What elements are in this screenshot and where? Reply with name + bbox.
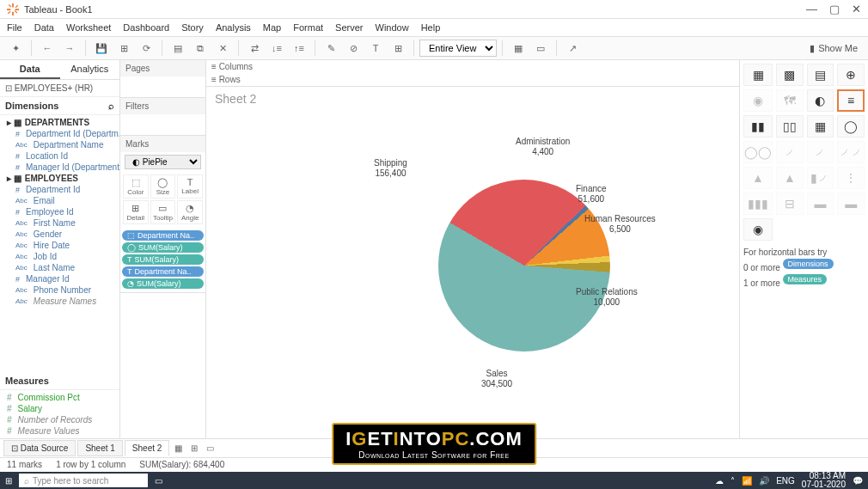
sort-asc-button[interactable]: ↓≡ [266,39,287,58]
field-hire-date[interactable]: Hire Date [0,240,119,251]
pill-department-name-2[interactable]: TDepartment Na.. [122,266,204,277]
viz-lines-discrete[interactable]: ⟋ [807,141,834,163]
tray-notifications-icon[interactable]: 💬 [853,476,863,486]
viz-lines[interactable]: ⟋ [776,141,804,163]
columns-shelf[interactable]: ≡ Columns [206,60,739,73]
datasource-name[interactable]: ⊡ EMPLOYEES+ (HR) [0,80,119,97]
menu-data[interactable]: Data [34,22,54,33]
menu-format[interactable]: Format [293,22,323,33]
tray-wifi-icon[interactable]: 📶 [742,476,752,486]
marks-label[interactable]: TLabel [177,174,203,199]
share-button[interactable]: ↗ [562,39,583,58]
search-icon[interactable]: ⌕ [108,101,114,111]
highlight-button[interactable]: ✎ [321,39,341,58]
viz-gantt[interactable]: ▬ [807,193,834,215]
field-email[interactable]: Email [0,195,119,206]
viz-pie[interactable]: ◐ [807,89,834,112]
viz-circle-views[interactable]: ◯ [837,115,865,138]
labels-button[interactable]: T [365,39,386,58]
viz-dual-combination[interactable]: ▮⟋ [807,167,834,189]
viz-bullet[interactable]: ▬ [837,193,865,215]
show-me-button[interactable]: ▮ Show Me [804,43,863,54]
filters-shelf[interactable]: Filters [120,98,205,136]
viz-stacked-bar[interactable]: ▮▮ [743,115,773,138]
field-employee-id[interactable]: Employee Id [0,206,119,217]
viz-map[interactable]: 🗺 [776,89,804,112]
pill-department-name-1[interactable]: ⬚Department Na.. [122,230,204,241]
viz-horizontal-bar[interactable]: ≡ [837,89,865,112]
viz-dual-lines[interactable]: ⟋⟋ [837,141,865,163]
show-cards-button[interactable]: ▦ [508,39,529,58]
tray-date[interactable]: 07-01-2020 [802,480,846,489]
field-phone[interactable]: Phone Number [0,284,119,296]
sort-desc-button[interactable]: ↑≡ [289,39,309,58]
field-department-id[interactable]: Department Id (Departm... [0,128,119,139]
viz-highlight-table[interactable]: ▤ [807,64,834,86]
viz-symbol-map[interactable]: ⊕ [837,64,865,86]
field-number-of-records[interactable]: Number of Records [0,414,119,425]
viz-area-discrete[interactable]: ▲ [776,167,804,189]
fix-axes-button[interactable]: ⊞ [388,39,408,58]
forward-button[interactable]: → [59,39,80,58]
field-gender[interactable]: Gender [0,229,119,240]
new-dashboard-tab[interactable]: ⊞ [187,442,201,455]
field-last-name[interactable]: Last Name [0,262,119,273]
taskbar-search[interactable]: ⌕Type here to search [19,474,148,487]
viz-histogram[interactable]: ▮▮▮ [743,193,773,215]
save-button[interactable]: 💾 [91,39,112,58]
maximize-button[interactable]: ▢ [829,3,840,15]
field-measure-names[interactable]: Measure Names [0,296,119,307]
viz-heat-map[interactable]: ▩ [776,64,804,86]
viz-filled-map[interactable]: ◉ [743,89,773,112]
tray-chevron-up-icon[interactable]: ˄ [730,476,735,486]
viz-packed-bubbles[interactable]: ◉ [743,218,773,241]
tab-sheet-2[interactable]: Sheet 2 [125,440,169,456]
new-worksheet-button[interactable]: ▤ [168,39,188,58]
menu-map[interactable]: Map [263,22,281,33]
pill-sum-salary-1[interactable]: ◯SUM(Salary) [122,242,204,253]
tray-language[interactable]: ENG [776,476,795,486]
mark-type-selector[interactable]: ◐ PiePie [125,155,201,169]
presentation-button[interactable]: ▭ [530,39,551,58]
duplicate-button[interactable]: ⧉ [190,39,211,58]
viz-area[interactable]: ▲ [743,167,773,189]
marks-detail[interactable]: ⊞Detail [123,200,149,224]
clear-button[interactable]: ✕ [212,39,233,58]
field-department-id-emp[interactable]: Department Id [0,184,119,195]
minimize-button[interactable]: — [806,3,817,15]
pie-chart[interactable]: Shipping156,400Administration4,400Financ… [206,111,739,394]
group-employees[interactable]: ▸ ▦ EMPLOYEES [0,173,119,184]
field-manager-id[interactable]: Manager Id [0,273,119,284]
new-story-tab[interactable]: ▭ [203,442,217,455]
viz-text-table[interactable]: ▦ [743,64,773,86]
tab-data[interactable]: Data [0,60,60,79]
start-button[interactable]: ⊞ [5,476,12,486]
field-measure-values[interactable]: Measure Values [0,425,119,437]
group-button[interactable]: ⊘ [343,39,364,58]
field-salary[interactable]: Salary [0,403,119,414]
field-commission-pct[interactable]: Commission Pct [0,392,119,403]
menu-story[interactable]: Story [181,22,204,33]
new-worksheet-tab[interactable]: ▦ [171,442,186,455]
marks-angle[interactable]: ◔Angle [177,200,203,224]
viz-treemap[interactable]: ▦ [807,115,834,138]
new-datasource-button[interactable]: ⊞ [113,39,134,58]
field-manager-id-dept[interactable]: Manager Id (Departments) [0,162,119,173]
viz-scatter[interactable]: ⋮ [837,167,865,189]
sheet-title[interactable]: Sheet 2 [206,87,739,111]
tray-onedrive-icon[interactable]: ☁ [715,476,724,486]
refresh-button[interactable]: ⟳ [136,39,156,58]
pill-sum-salary-3[interactable]: ◔SUM(Salary) [122,278,204,289]
rows-shelf[interactable]: ≡ Rows [206,73,739,86]
back-button[interactable]: ← [37,39,58,58]
swap-button[interactable]: ⇄ [244,39,265,58]
menu-window[interactable]: Window [376,22,409,33]
task-view-button[interactable]: ▭ [155,476,162,486]
tab-analytics[interactable]: Analytics [60,60,120,79]
menu-server[interactable]: Server [335,22,363,33]
field-department-name[interactable]: Department Name [0,139,119,150]
viz-box-plot[interactable]: ⊟ [776,193,804,215]
viz-side-circles[interactable]: ◯◯ [743,141,773,163]
tableau-icon[interactable]: ✦ [5,39,26,58]
pill-sum-salary-2[interactable]: TSUM(Salary) [122,254,204,265]
